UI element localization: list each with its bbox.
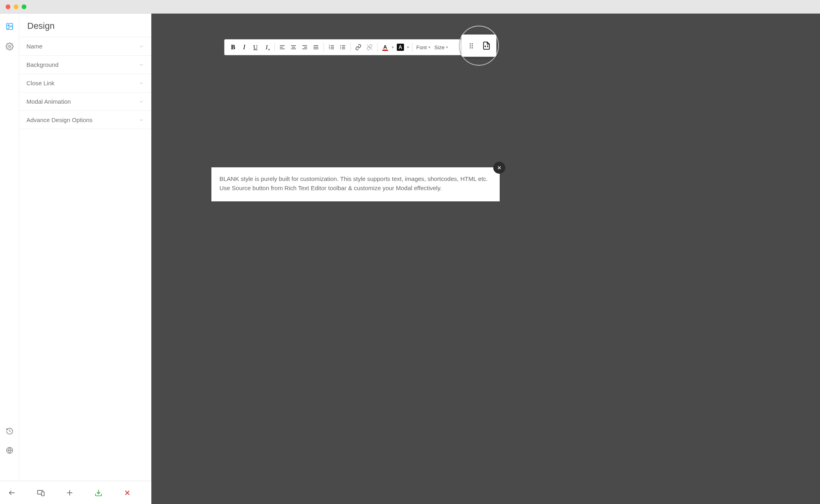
toolbar-separator (412, 43, 412, 52)
svg-point-25 (340, 45, 341, 46)
italic-button[interactable]: I (239, 42, 249, 52)
ordered-list-button[interactable]: 123 (326, 42, 337, 52)
accordion-modal-animation[interactable]: Modal Animation (19, 92, 151, 111)
bold-button[interactable]: B (228, 42, 238, 52)
accordion-advance-design[interactable]: Advance Design Options (19, 111, 151, 129)
font-select[interactable]: Font ▾ (415, 44, 432, 50)
modal-body-text: BLANK style is purely built for customiz… (219, 175, 492, 193)
chevron-down-icon: ▾ (446, 45, 448, 49)
toolbar-separator (274, 43, 275, 52)
chevron-down-icon: ▾ (428, 45, 430, 49)
unlink-button[interactable] (364, 42, 375, 52)
svg-rect-33 (42, 492, 44, 496)
chevron-down-icon (139, 44, 144, 49)
svg-text:3: 3 (329, 48, 330, 50)
svg-point-27 (340, 48, 341, 49)
clear-format-button[interactable]: I× (261, 42, 272, 52)
text-color-button[interactable]: A (380, 42, 390, 52)
align-center-button[interactable] (288, 42, 299, 52)
accordion-label: Modal Animation (26, 98, 71, 105)
text-color-dropdown[interactable]: ▼ (391, 46, 394, 49)
close-window-button[interactable] (6, 4, 10, 9)
source-highlight-loupe (459, 26, 499, 66)
accordion-label: Advance Design Options (26, 116, 92, 123)
modal-close-button[interactable] (493, 162, 505, 174)
window-titlebar (0, 0, 820, 14)
settings-tab-icon[interactable] (6, 42, 14, 52)
bg-color-dropdown[interactable]: ▼ (406, 46, 410, 49)
toolbar-separator (377, 43, 378, 52)
toolbar-separator (350, 43, 351, 52)
size-label: Size (434, 44, 444, 50)
globe-icon[interactable] (6, 446, 14, 456)
chevron-down-icon (139, 118, 144, 122)
add-button[interactable] (65, 488, 74, 498)
save-button[interactable] (94, 488, 103, 498)
align-justify-button[interactable] (311, 42, 321, 52)
svg-point-26 (340, 47, 341, 48)
delete-button[interactable] (123, 488, 132, 498)
unordered-list-button[interactable] (338, 42, 348, 52)
toolbar-separator (324, 43, 324, 52)
minimize-window-button[interactable] (14, 4, 18, 9)
traffic-lights (6, 4, 26, 9)
bottom-action-bar (0, 481, 151, 504)
accordion-label: Close Link (26, 80, 54, 86)
link-button[interactable] (353, 42, 364, 52)
svg-point-1 (8, 25, 9, 26)
svg-point-2 (8, 46, 10, 48)
accordion-background[interactable]: Background (19, 56, 151, 74)
chevron-down-icon (139, 99, 144, 104)
sidebar-title: Design (19, 14, 151, 37)
accordion-name[interactable]: Name (19, 37, 151, 56)
source-button[interactable] (481, 40, 492, 51)
design-sidebar: Design Name Background Close Link Modal … (19, 14, 151, 504)
chevron-down-icon (139, 62, 144, 67)
size-select[interactable]: Size ▾ (433, 44, 450, 50)
modal-preview: BLANK style is purely built for customiz… (211, 167, 500, 201)
font-label: Font (416, 44, 427, 50)
chevron-down-icon (139, 81, 144, 86)
rich-text-toolbar: B I U I× 123 (224, 39, 496, 55)
accordion-label: Background (26, 61, 58, 68)
bg-color-button[interactable]: A (395, 42, 406, 52)
accordion-label: Name (26, 43, 42, 50)
zoom-window-button[interactable] (22, 4, 26, 9)
align-left-button[interactable] (277, 42, 287, 52)
back-button[interactable] (7, 488, 17, 498)
underline-button[interactable]: U (250, 42, 261, 52)
accordion-close-link[interactable]: Close Link (19, 74, 151, 92)
editor-canvas: B I U I× 123 (151, 14, 820, 504)
align-right-button[interactable] (299, 42, 310, 52)
history-icon[interactable] (6, 427, 14, 437)
icon-rail (0, 14, 19, 504)
media-tab-icon[interactable] (6, 22, 14, 32)
drag-handle-icon[interactable] (466, 40, 477, 51)
responsive-preview-button[interactable] (36, 488, 46, 498)
